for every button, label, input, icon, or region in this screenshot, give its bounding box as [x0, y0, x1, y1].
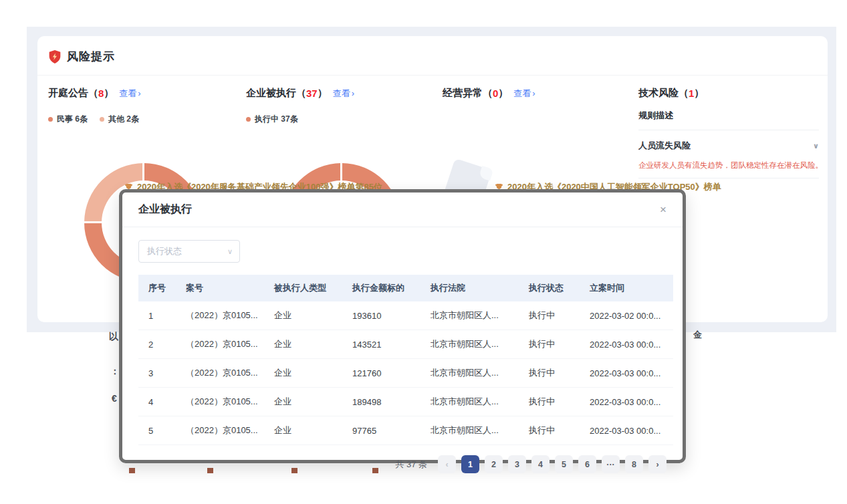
cell-case-no: （2022）京0105...	[176, 330, 264, 359]
risk-item-collapsible[interactable]: 人员流失风险 ∨	[638, 140, 819, 152]
page-title: 风险提示	[67, 49, 115, 64]
view-link-abnormal[interactable]: 查看›	[513, 88, 535, 100]
table-row: 4（2022）京0105...企业189498北京市朝阳区人...执行中2022…	[138, 388, 673, 416]
section-title: 企业被执行	[246, 87, 296, 100]
cell-date: 2022-03-03 00:0...	[580, 416, 673, 445]
view-link-executed[interactable]: 查看›	[333, 88, 354, 100]
cell-date: 2022-03-03 00:0...	[580, 388, 673, 416]
cell-status: 执行中	[519, 388, 580, 416]
execution-status-select[interactable]: 执行状态 ∨	[138, 240, 240, 263]
pagination-page-3[interactable]: 3	[508, 455, 526, 473]
paren-open: （	[483, 87, 493, 100]
cell-type: 企业	[264, 330, 342, 359]
section-count: 1	[689, 88, 694, 99]
modal-body: 执行状态 ∨ 序号 案号 被执行人类型 执行金额标的 执行法院 执行状态 立案时…	[122, 227, 683, 473]
cell-type: 企业	[264, 359, 342, 388]
pagination-page-2[interactable]: 2	[485, 455, 503, 473]
paren-open: （	[296, 87, 306, 100]
pagination-page-4[interactable]: 4	[531, 455, 550, 473]
pagination-page-8[interactable]: 8	[625, 455, 643, 473]
chevron-down-icon: ∨	[227, 247, 233, 256]
donut-segment-gap	[340, 163, 342, 181]
cell-court: 北京市朝阳区人...	[420, 330, 519, 359]
legend-executed: 执行中 37条	[246, 114, 433, 125]
table-row: 2（2022）京0105...企业143521北京市朝阳区人...执行中2022…	[138, 330, 673, 359]
cell-index: 4	[138, 388, 176, 416]
pagination-prev-button[interactable]: ‹	[438, 455, 456, 473]
table-row: 5（2022）京0105...企业97765北京市朝阳区人...执行中2022-…	[138, 416, 673, 445]
cell-amount: 193610	[342, 301, 420, 330]
section-business-abnormal-title: 经营异常（0） 查看›	[443, 87, 623, 100]
arrow-right-icon: ›	[138, 88, 140, 98]
pagination-ellipsis[interactable]: ···	[602, 455, 620, 473]
paren-close: ）	[104, 87, 114, 100]
cell-status: 执行中	[519, 359, 580, 388]
pagination: 共 37 条 ‹ 1 2 3 4 5 6 ··· 8 ›	[138, 455, 667, 473]
table-row: 1（2022）京0105...企业193610北京市朝阳区人...执行中2022…	[138, 301, 673, 330]
cell-date: 2022-03-03 00:0...	[580, 359, 673, 388]
cell-type: 企业	[264, 388, 342, 416]
pagination-next-button[interactable]: ›	[648, 455, 667, 473]
divider	[638, 178, 819, 178]
section-enterprise-executed-title: 企业被执行（37） 查看›	[246, 87, 433, 100]
cell-type: 企业	[264, 416, 342, 445]
cell-court: 北京市朝阳区人...	[420, 388, 519, 416]
col-header-amount: 执行金额标的	[342, 275, 420, 301]
section-enterprise-executed: 企业被执行（37） 查看› 执行中 37条	[246, 87, 433, 125]
modal-header: 企业被执行 ×	[122, 193, 683, 227]
section-count: 0	[493, 88, 498, 99]
arrow-right-icon: ›	[532, 88, 535, 98]
table-row: 3（2022）京0105...企业121760北京市朝阳区人...执行中2022…	[138, 359, 673, 388]
shield-risk-icon	[48, 49, 62, 64]
cell-amount: 189498	[342, 388, 420, 416]
cell-court: 北京市朝阳区人...	[420, 301, 519, 330]
col-header-filing-date: 立案时间	[580, 275, 673, 301]
cell-index: 2	[138, 330, 176, 359]
legend-label: 执行中 37条	[255, 114, 298, 125]
cell-type: 企业	[264, 301, 342, 330]
section-title: 经营异常	[443, 87, 483, 100]
cell-index: 3	[138, 359, 176, 388]
section-title: 技术风险	[638, 87, 679, 100]
section-court-announcement: 开庭公告（8） 查看› 民事 6条 其他 2条	[48, 87, 235, 125]
cell-amount: 143521	[342, 330, 420, 359]
paren-open: （	[88, 87, 98, 100]
divider	[638, 130, 819, 130]
pagination-page-1[interactable]: 1	[461, 455, 479, 473]
section-count: 8	[98, 88, 104, 99]
table-header-row: 序号 案号 被执行人类型 执行金额标的 执行法院 执行状态 立案时间	[138, 275, 673, 301]
cell-case-no: （2022）京0105...	[176, 416, 264, 445]
occluded-text-fragment: 金	[693, 329, 702, 341]
paren-close: ）	[318, 87, 328, 100]
rule-description-label: 规则描述	[638, 110, 819, 122]
risk-panel-header: 风险提示	[48, 49, 115, 64]
cell-index: 1	[138, 301, 176, 330]
section-tech-risk-title: 技术风险（1）	[638, 87, 819, 100]
pagination-page-5[interactable]: 5	[555, 455, 573, 473]
view-label: 查看	[119, 88, 136, 98]
legend-dot-other	[100, 117, 104, 122]
cell-date: 2022-03-02 00:0...	[580, 301, 673, 330]
col-header-status: 执行状态	[519, 275, 580, 301]
cell-status: 执行中	[519, 416, 580, 445]
close-icon[interactable]: ×	[660, 204, 667, 215]
legend-item: 执行中 37条	[246, 114, 298, 125]
col-header-case-no: 案号	[176, 275, 264, 301]
paren-close: ）	[498, 87, 508, 100]
legend-dot-civil	[48, 117, 53, 122]
cell-status: 执行中	[519, 330, 580, 359]
col-header-court: 执行法院	[420, 275, 519, 301]
cell-court: 北京市朝阳区人...	[420, 359, 519, 388]
select-placeholder: 执行状态	[147, 245, 182, 257]
pagination-total: 共 37 条	[395, 459, 427, 471]
view-link-court[interactable]: 查看›	[119, 88, 140, 100]
view-label: 查看	[513, 88, 531, 98]
legend-dot-executing	[246, 117, 251, 122]
donut-segment-gap	[142, 163, 144, 181]
occluded-text-fragment: ：	[110, 366, 120, 378]
cell-index: 5	[138, 416, 176, 445]
cell-date: 2022-03-03 00:0...	[580, 330, 673, 359]
pagination-page-6[interactable]: 6	[578, 455, 596, 473]
donut-segment-gap	[84, 221, 102, 223]
cell-status: 执行中	[519, 301, 580, 330]
